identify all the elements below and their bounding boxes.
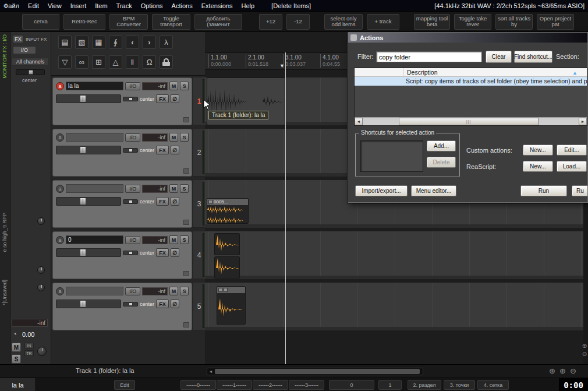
track-panel-3[interactable]: a I/O -inf M S center FX ∅ bbox=[52, 180, 192, 228]
record-arm-button[interactable]: a bbox=[56, 236, 64, 244]
folder-fold-button[interactable] bbox=[183, 271, 189, 276]
custom-action-new-button[interactable]: New... bbox=[523, 145, 553, 156]
toolbar-grid-button[interactable]: сетка bbox=[22, 14, 59, 30]
menu-help[interactable]: Help bbox=[242, 2, 255, 9]
fx-button[interactable]: FX bbox=[156, 94, 169, 103]
fader-handle[interactable] bbox=[80, 146, 86, 154]
track-panel-4[interactable]: a 0 I/O -inf M S center FX ∅ bbox=[52, 231, 192, 279]
actions-dialog[interactable]: Actions Filter: Clear Find shortcut... S… bbox=[348, 32, 588, 203]
pan-slider[interactable] bbox=[123, 251, 138, 255]
list-scroll-thumb[interactable]: ||| bbox=[399, 118, 539, 125]
fx-button[interactable]: FX bbox=[156, 146, 169, 154]
media-item-track5[interactable] bbox=[217, 286, 246, 325]
selected-action-row[interactable]: Script: copy items of tracks of sel fold… bbox=[355, 77, 587, 86]
toolbar-add-replace-button[interactable]: добавить (заменит bbox=[194, 14, 242, 30]
menu-editor-button[interactable]: Menu editor... bbox=[411, 185, 456, 196]
tab-2[interactable]: ------2------ bbox=[253, 380, 288, 390]
horizontal-scroll-thumb[interactable] bbox=[215, 369, 420, 374]
tab-one[interactable]: 1 bbox=[378, 380, 402, 390]
record-arm-button[interactable]: a bbox=[56, 185, 64, 193]
solo-button[interactable]: S bbox=[180, 133, 189, 142]
lock-icon[interactable] bbox=[160, 55, 173, 69]
toolbar-open-project-button[interactable]: Open project pat bbox=[537, 14, 574, 30]
tab-3[interactable]: ------3------ bbox=[289, 380, 324, 390]
run-button[interactable]: Run bbox=[520, 185, 567, 196]
list-header-shortcut-column[interactable] bbox=[355, 68, 403, 76]
record-arm-button[interactable]: a bbox=[56, 82, 64, 90]
folder-fold-button[interactable] bbox=[183, 117, 189, 122]
pan-slider[interactable] bbox=[123, 97, 138, 101]
io-button[interactable]: I/O bbox=[125, 236, 141, 244]
toolbar-toggle-take-button[interactable]: Toggle take rever bbox=[454, 14, 491, 30]
track-lane-5[interactable] bbox=[205, 283, 588, 330]
toolbar-mapping-tool-button[interactable]: mapping tool beta bbox=[414, 14, 450, 30]
master-pan-fader[interactable] bbox=[16, 69, 45, 75]
media-item-track4a[interactable] bbox=[214, 233, 240, 255]
toolbar-bpm-converter-button[interactable]: BPM Converter bbox=[109, 14, 148, 30]
fader-handle[interactable] bbox=[80, 249, 86, 256]
menu-insert[interactable]: Insert bbox=[70, 2, 87, 9]
phase-button[interactable]: ∅ bbox=[171, 300, 179, 308]
mute-button[interactable]: M bbox=[169, 287, 178, 295]
ripple-icon[interactable]: ‖ bbox=[126, 55, 139, 69]
phase-button[interactable]: ∅ bbox=[171, 248, 179, 257]
list-header-row[interactable]: Description ▲ bbox=[355, 68, 587, 77]
master-knob[interactable] bbox=[37, 347, 47, 356]
scroll-right-icon[interactable]: ► bbox=[579, 118, 587, 125]
pan-slider[interactable] bbox=[123, 302, 138, 307]
folder-fold-button[interactable] bbox=[183, 220, 189, 225]
fx-button[interactable]: FX bbox=[156, 197, 169, 206]
scroll-left-icon[interactable]: ◄ bbox=[207, 368, 214, 375]
track-name-field[interactable] bbox=[66, 184, 123, 193]
reascript-load-button[interactable]: Load... bbox=[557, 161, 587, 172]
menu-delete-items[interactable]: [Delete Items] bbox=[271, 2, 311, 9]
toolbar-toggle-transport-button[interactable]: Toggle transport bbox=[152, 14, 190, 30]
pan-handle[interactable] bbox=[129, 302, 133, 306]
action-list-icon[interactable]: λ bbox=[160, 36, 173, 49]
volume-fader[interactable] bbox=[56, 300, 121, 308]
grid-icon[interactable]: ⊞ bbox=[92, 55, 105, 69]
list-horizontal-scrollbar[interactable]: ◄ ||| ► bbox=[355, 117, 587, 125]
clear-button[interactable]: Clear bbox=[486, 51, 512, 63]
zoom-in-icon[interactable]: ⊕ bbox=[549, 367, 555, 375]
volume-fader[interactable] bbox=[56, 248, 121, 257]
pan-slider[interactable] bbox=[123, 148, 138, 153]
tab-1[interactable]: ------1------ bbox=[217, 380, 252, 390]
save-project-icon[interactable]: ▦ bbox=[92, 36, 105, 49]
solo-button[interactable]: S bbox=[180, 184, 189, 193]
menu-extensions[interactable]: Extensions bbox=[201, 2, 233, 9]
fader-handle[interactable] bbox=[80, 300, 86, 308]
tab-0[interactable]: ------0------ bbox=[180, 380, 216, 390]
redo-icon[interactable]: › bbox=[143, 36, 156, 49]
knob[interactable] bbox=[37, 284, 45, 291]
zoom-in-icon[interactable]: ⊕ bbox=[559, 367, 566, 375]
mute-button[interactable]: M bbox=[169, 82, 178, 90]
master-io-button[interactable]: I/O bbox=[13, 46, 36, 54]
filter-input[interactable] bbox=[376, 51, 482, 62]
toolbar-sort-tracks-button[interactable]: sort all tracks by bbox=[495, 14, 533, 30]
menu-actions[interactable]: Actions bbox=[172, 2, 193, 9]
pan-slider[interactable] bbox=[123, 199, 138, 204]
open-project-icon[interactable]: ▧ bbox=[75, 36, 88, 49]
phase-button[interactable]: ∅ bbox=[171, 146, 179, 154]
tab-razdel[interactable]: 2. раздел bbox=[408, 380, 441, 390]
horizontal-scrollbar[interactable]: ◄ bbox=[207, 368, 423, 375]
fader-handle[interactable] bbox=[80, 95, 86, 103]
record-arm-button[interactable]: a bbox=[56, 133, 64, 142]
list-header-description-column[interactable]: Description ▲ bbox=[403, 68, 587, 76]
knob[interactable] bbox=[37, 217, 45, 225]
monitor-tr-button[interactable]: TR bbox=[24, 350, 34, 356]
new-project-icon[interactable]: ▤ bbox=[58, 36, 72, 49]
track-name-field[interactable]: la la bbox=[66, 82, 123, 90]
solo-button[interactable]: S bbox=[180, 287, 189, 295]
zoom-out-vertical-icon[interactable]: ⊖ bbox=[581, 351, 588, 357]
find-shortcut-button[interactable]: Find shortcut... bbox=[514, 51, 552, 63]
dialog-title-bar[interactable]: Actions bbox=[348, 33, 587, 43]
folder-fold-button[interactable] bbox=[183, 168, 189, 174]
io-button[interactable]: I/O bbox=[125, 287, 141, 295]
toolbar-plus12-button[interactable]: +12 bbox=[259, 14, 282, 30]
io-button[interactable]: I/O bbox=[125, 133, 141, 142]
delete-shortcut-button[interactable]: Delete bbox=[427, 157, 456, 168]
menu-item[interactable]: Item bbox=[95, 2, 107, 9]
track-name-field[interactable]: 0 bbox=[66, 235, 123, 244]
